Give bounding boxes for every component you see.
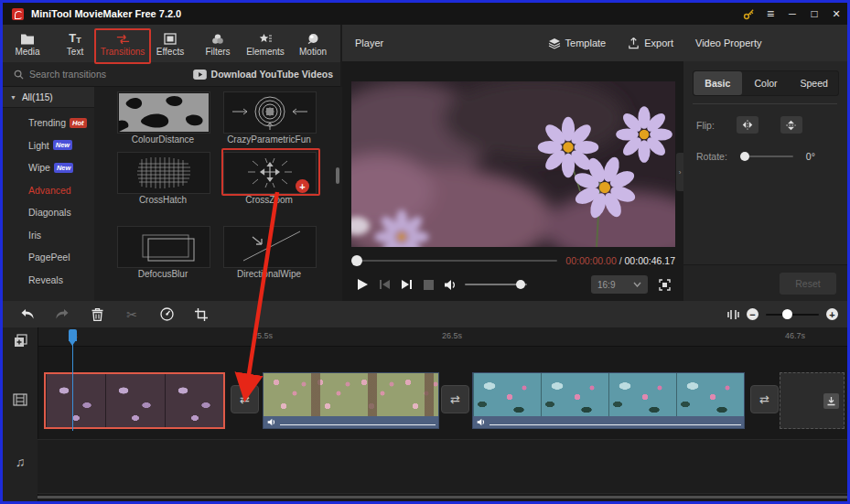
split-scissors-button[interactable]: ✂: [114, 304, 149, 326]
flip-vertical-button[interactable]: [780, 116, 802, 134]
timeline-toolbar: ✂ − +: [3, 301, 847, 328]
timeline-hscrollbar[interactable]: [38, 496, 847, 499]
category-diagonals[interactable]: Diagonals: [3, 201, 94, 224]
undo-button[interactable]: [10, 304, 45, 326]
template-button[interactable]: Template: [548, 37, 607, 49]
tab-motion[interactable]: Motion: [290, 27, 336, 60]
filters-icon: [211, 31, 224, 45]
video-property-panel: Video Property Basic Color Speed Flip: R…: [683, 25, 847, 301]
transition-defocusblur-thumb[interactable]: [117, 226, 210, 268]
delete-button[interactable]: [80, 304, 114, 326]
timeline-ruler[interactable]: 0s 15.5s 26.5s 46.7s: [38, 327, 847, 347]
fullscreen-button[interactable]: [653, 275, 675, 294]
tab-elements[interactable]: Elements: [242, 27, 288, 60]
crop-button[interactable]: [184, 304, 219, 326]
previous-frame-button[interactable]: [373, 275, 395, 294]
next-frame-button[interactable]: [395, 275, 417, 294]
transition-crazyparametricfun-thumb[interactable]: [223, 91, 317, 134]
volume-icon[interactable]: [439, 275, 461, 294]
maximize-button[interactable]: □: [803, 4, 825, 24]
zoom-out-button[interactable]: −: [747, 308, 759, 320]
clip-1-selected[interactable]: [44, 372, 225, 429]
close-button[interactable]: ✕: [825, 4, 847, 24]
add-to-track-icon[interactable]: [12, 332, 28, 349]
tab-speed[interactable]: Speed: [790, 71, 838, 95]
youtube-icon: [193, 70, 207, 80]
clip-2[interactable]: [263, 372, 439, 429]
category-reveals[interactable]: Reveals: [3, 269, 94, 292]
transition-slot-2[interactable]: ⇄: [441, 385, 469, 413]
flip-horizontal-button[interactable]: [737, 116, 759, 134]
property-title: Video Property: [695, 38, 762, 48]
reset-button[interactable]: Reset: [780, 273, 836, 295]
tab-filters[interactable]: Filters: [195, 27, 241, 60]
category-wipe[interactable]: WipeNew: [3, 156, 94, 179]
redo-button[interactable]: [45, 304, 80, 326]
menu-button[interactable]: ≡: [759, 4, 781, 24]
panel-collapse-handle[interactable]: ›: [676, 153, 683, 191]
ruler-mark: 15.5s: [253, 331, 273, 340]
rotate-slider[interactable]: [740, 155, 793, 157]
category-light[interactable]: LightNew: [3, 134, 94, 157]
transition-slot-3[interactable]: ⇄: [750, 385, 779, 413]
playhead[interactable]: [69, 329, 77, 341]
tab-basic[interactable]: Basic: [694, 71, 742, 95]
caret-down-icon: ▼: [10, 94, 16, 101]
zoom-slider-handle[interactable]: [782, 309, 792, 319]
rotate-handle[interactable]: [740, 152, 749, 161]
volume-slider[interactable]: [465, 284, 527, 285]
fit-timeline-icon[interactable]: [727, 309, 739, 320]
music-track[interactable]: [38, 439, 847, 494]
transition-name: ColourDistance: [113, 134, 213, 145]
category-advanced[interactable]: Advanced: [3, 179, 94, 202]
zoom-slider[interactable]: [766, 314, 819, 316]
main-toolbar: Media TT Text Transitions Effects Filter…: [3, 25, 340, 62]
flip-label: Flip:: [696, 120, 715, 131]
seek-handle[interactable]: [351, 255, 362, 266]
minimize-button[interactable]: ─: [781, 4, 803, 24]
zoom-in-button[interactable]: +: [826, 308, 838, 320]
grid-scrollbar[interactable]: [336, 167, 339, 184]
search-input[interactable]: Search transitions: [29, 69, 106, 80]
category-trending[interactable]: TrendingHot: [3, 112, 94, 134]
clip-3[interactable]: [472, 372, 745, 429]
transition-name: CrazyParametricFun: [219, 134, 319, 145]
download-youtube-button[interactable]: Download YouTube Videos: [193, 69, 333, 80]
export-button[interactable]: Export: [628, 37, 673, 49]
category-iris[interactable]: Iris: [3, 224, 94, 247]
speed-button[interactable]: [149, 304, 184, 326]
play-button[interactable]: [351, 275, 373, 294]
transition-crosshatch-thumb[interactable]: [117, 152, 210, 194]
tab-media[interactable]: Media: [5, 27, 50, 60]
divider: [693, 103, 837, 104]
transition-colourdistance-thumb[interactable]: [117, 91, 210, 134]
hot-badge: Hot: [70, 118, 87, 128]
add-transition-plus-badge[interactable]: +: [296, 179, 309, 193]
total-time: 00:00:46.17: [625, 255, 675, 266]
property-tabs: Basic Color Speed: [693, 70, 839, 96]
property-header: Video Property: [683, 25, 847, 61]
stop-button[interactable]: [417, 275, 439, 294]
download-clip-button[interactable]: [823, 393, 839, 409]
player-controls: 16:9: [351, 273, 675, 295]
effects-icon: [164, 31, 177, 45]
window-title: MiniTool MovieMaker Free 7.2.0: [31, 8, 181, 19]
license-key-icon[interactable]: [737, 4, 759, 24]
transition-slot-1[interactable]: ⇄: [231, 385, 259, 413]
aspect-ratio-dropdown[interactable]: 16:9: [591, 275, 648, 294]
category-pagepeel[interactable]: PagePeel: [3, 246, 94, 269]
media-folder-icon: [20, 31, 35, 45]
volume-handle[interactable]: [516, 280, 525, 289]
video-preview: [351, 81, 675, 247]
tab-text[interactable]: TT Text: [52, 27, 98, 60]
tab-effects[interactable]: Effects: [147, 27, 193, 60]
playhead-line: [72, 343, 73, 431]
player-header: Player Template Export: [342, 25, 684, 61]
time-display: 00:00:00.00 / 00:00:46.17: [565, 255, 675, 266]
category-all[interactable]: ▼ All(115): [3, 87, 94, 108]
transition-directionalwipe-thumb[interactable]: [223, 226, 317, 268]
chevron-down-icon: [633, 282, 641, 287]
clip-placeholder[interactable]: [780, 372, 845, 429]
tab-color[interactable]: Color: [742, 71, 791, 95]
seek-bar[interactable]: [351, 260, 557, 262]
